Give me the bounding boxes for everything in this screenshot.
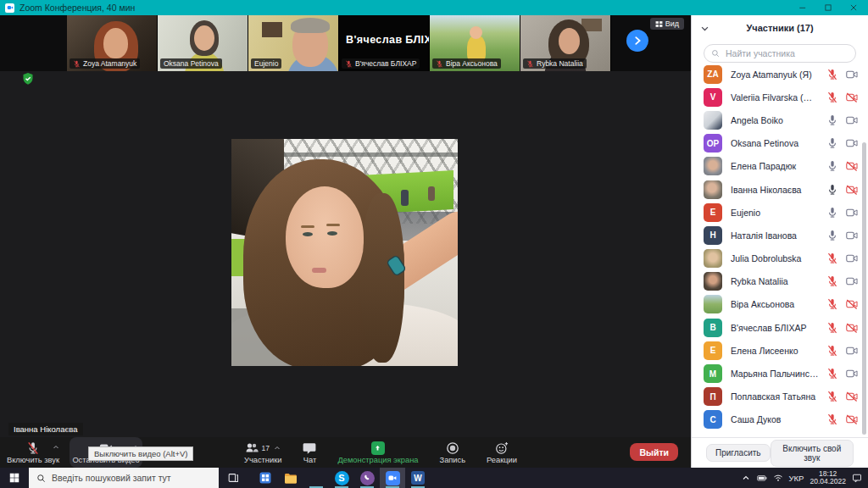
video-thumbnail[interactable]: Eujenio <box>248 15 339 71</box>
taskbar-app-firefox[interactable] <box>303 468 329 488</box>
tray-chevron-up-icon[interactable] <box>741 473 751 483</box>
video-thumbnail[interactable]: В'ячеслав БЛІХ...В'ячеслав БЛІХАР <box>339 15 430 71</box>
taskbar-app-viber[interactable] <box>354 468 380 488</box>
mic-muted-icon[interactable] <box>826 391 838 402</box>
view-button[interactable]: Вид <box>650 18 684 30</box>
participants-button-label: Участники <box>244 456 281 464</box>
mic-muted-icon[interactable] <box>826 275 838 287</box>
participant-row[interactable]: BВ'ячеслав БЛІХАР <box>692 316 868 339</box>
task-view-button[interactable] <box>219 468 248 488</box>
thumbnail-name-tag: Rybka Nataliia <box>523 58 587 69</box>
maximize-button[interactable] <box>824 3 832 12</box>
video-thumbnail[interactable]: Oksana Petinova <box>158 15 248 71</box>
camera-icon[interactable] <box>846 207 858 219</box>
camera-icon[interactable] <box>846 114 858 126</box>
share-screen-button[interactable]: Демонстрация экрана <box>337 437 418 468</box>
record-button[interactable]: Запись <box>440 437 466 468</box>
participant-row[interactable]: Елена Парадюк <box>692 155 868 178</box>
taskbar-search[interactable]: Введіть пошуковий запит тут <box>29 468 219 488</box>
taskbar-clock[interactable]: 18:12 20.04.2022 <box>810 470 846 486</box>
leave-button[interactable]: Выйти <box>630 443 678 461</box>
participant-search-input[interactable] <box>724 47 849 59</box>
camera-off-icon[interactable] <box>846 184 858 196</box>
chat-button[interactable]: Чат <box>303 437 316 468</box>
camera-icon[interactable] <box>846 69 858 80</box>
next-videos-button[interactable] <box>626 30 648 52</box>
participants-button[interactable]: 17 Участники <box>244 437 281 468</box>
mic-muted-icon[interactable] <box>826 322 838 334</box>
participant-row[interactable]: Rybka Nataliia <box>692 270 868 293</box>
mic-muted-icon[interactable] <box>826 413 838 425</box>
participant-row[interactable]: HНаталія Іванова <box>692 224 868 247</box>
camera-off-icon[interactable] <box>846 160 858 172</box>
battery-icon[interactable] <box>757 473 767 483</box>
scrollbar-thumb[interactable] <box>862 142 866 435</box>
mic-icon[interactable] <box>826 114 838 126</box>
taskbar-app-skype[interactable]: S <box>329 468 354 488</box>
camera-icon[interactable] <box>846 137 858 149</box>
mic-options-caret[interactable] <box>53 444 59 451</box>
thumbnail-name-tag: Віра Аксьонова <box>432 58 501 69</box>
taskbar-app-app-grid[interactable] <box>253 468 278 488</box>
camera-icon[interactable] <box>846 368 858 380</box>
participant-row[interactable]: EEujenio <box>692 201 868 224</box>
mic-icon[interactable] <box>826 184 838 196</box>
participants-caret[interactable] <box>274 445 281 452</box>
video-thumbnail[interactable]: Zoya Atamanyuk <box>67 15 158 71</box>
participant-name: Саша Дуков <box>731 414 819 424</box>
participant-row[interactable]: MМарьяна Пальчинская <box>692 362 868 385</box>
mic-icon[interactable] <box>826 137 838 149</box>
start-button[interactable] <box>0 468 29 488</box>
taskbar-app-word[interactable]: W <box>405 468 431 488</box>
minimize-button[interactable] <box>798 3 807 12</box>
participant-row[interactable]: EЕлена Лисеенко <box>692 339 868 362</box>
taskbar-app-file-explorer[interactable] <box>278 468 303 488</box>
mic-icon[interactable] <box>826 230 838 241</box>
security-shield-icon[interactable] <box>21 72 35 86</box>
unmute-self-button[interactable]: Включить свой звук <box>771 440 854 467</box>
camera-off-icon[interactable] <box>846 413 858 425</box>
share-screen-icon <box>371 441 385 455</box>
participant-row[interactable]: Angela Boiko <box>692 108 868 131</box>
participant-row[interactable]: Julia Dobrolubska <box>692 247 868 270</box>
camera-off-icon[interactable] <box>846 322 858 334</box>
mic-icon[interactable] <box>826 207 838 219</box>
camera-off-icon[interactable] <box>846 391 858 402</box>
mic-muted-icon[interactable] <box>826 252 838 264</box>
camera-off-icon[interactable] <box>846 298 858 310</box>
system-tray: УКР 18:12 20.04.2022 <box>735 468 868 488</box>
participant-row[interactable]: Віра Аксьонова <box>692 293 868 316</box>
unmute-button[interactable]: Включить звук <box>3 437 63 468</box>
invite-button[interactable]: Пригласить <box>706 444 771 462</box>
camera-icon[interactable] <box>846 275 858 287</box>
camera-icon[interactable] <box>846 252 858 264</box>
mic-muted-icon[interactable] <box>826 345 838 357</box>
mic-muted-icon[interactable] <box>826 298 838 310</box>
wifi-icon[interactable] <box>773 473 783 483</box>
participant-search-box[interactable] <box>704 44 856 63</box>
participant-row[interactable]: CСаша Дуков <box>692 408 868 431</box>
camera-icon[interactable] <box>846 345 858 357</box>
language-indicator[interactable]: УКР <box>789 474 804 483</box>
action-center-icon[interactable] <box>852 473 862 483</box>
participant-row[interactable]: ZAZoya Atamanyuk (Я) <box>692 63 868 86</box>
video-thumbnail[interactable]: Віра Аксьонова <box>430 15 520 71</box>
close-button[interactable] <box>849 3 858 12</box>
mic-muted-icon[interactable] <box>826 368 838 380</box>
taskbar-app-zoom[interactable] <box>380 468 405 488</box>
mic-muted-icon[interactable] <box>826 92 838 103</box>
participant-row[interactable]: Іванна Ніколаєва <box>692 178 868 201</box>
chevron-down-icon[interactable] <box>700 24 709 33</box>
video-thumbnail[interactable]: Rybka Nataliia <box>520 15 611 71</box>
reactions-button[interactable]: Реакции <box>487 437 517 468</box>
participant-row[interactable]: VValeriia Filvarska (Организатор) <box>692 86 868 108</box>
search-icon <box>36 474 46 483</box>
camera-icon[interactable] <box>846 230 858 241</box>
participant-row[interactable]: OPOksana Petinova <box>692 132 868 155</box>
mic-icon[interactable] <box>826 160 838 172</box>
participant-row[interactable]: ППоплавская Татьяна <box>692 385 868 408</box>
participants-icon <box>245 441 259 455</box>
mic-muted-icon[interactable] <box>826 69 838 80</box>
camera-off-icon[interactable] <box>846 92 858 103</box>
chat-icon <box>303 441 316 455</box>
